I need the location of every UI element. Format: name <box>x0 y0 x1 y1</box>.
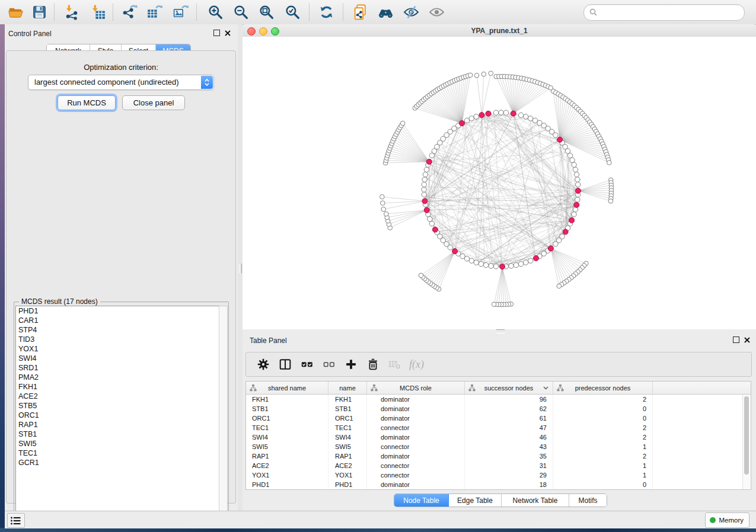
table-row[interactable]: FKH1FKH1dominator962 <box>246 395 751 404</box>
task-history-button[interactable] <box>7 513 25 528</box>
mcds-result-item[interactable]: STB1 <box>16 430 220 439</box>
run-mcds-button[interactable]: Run MCDS <box>58 95 116 110</box>
global-search <box>583 4 745 21</box>
mcds-list-scrollbar[interactable] <box>219 306 228 521</box>
table-cell: PHD1 <box>246 480 328 489</box>
table-row[interactable]: STB1STB1dominator620 <box>246 404 751 414</box>
open-file-icon[interactable] <box>5 2 25 22</box>
zoom-in-icon[interactable] <box>205 2 225 22</box>
mcds-result-item[interactable]: GCR1 <box>16 458 220 467</box>
new-network-from-selection-icon[interactable] <box>350 2 370 22</box>
export-image-icon[interactable] <box>170 2 190 22</box>
memory-button[interactable]: Memory <box>705 512 749 528</box>
add-column-plus-icon[interactable] <box>342 355 360 373</box>
node-table-body: FKH1FKH1dominator962STB1STB1dominator620… <box>246 395 751 489</box>
table-row[interactable]: TEC1TEC1connector472 <box>246 423 751 432</box>
zoom-out-icon[interactable] <box>231 2 251 22</box>
column-header-shared-name[interactable]: shared name <box>246 382 328 394</box>
splitter-handle[interactable] <box>239 264 242 273</box>
split-columns-icon[interactable] <box>276 355 294 373</box>
close-panel-button[interactable]: Close panel <box>122 95 185 110</box>
mcds-result-item[interactable]: FKH1 <box>16 382 220 392</box>
table-settings-gear-icon[interactable] <box>254 355 272 373</box>
mcds-result-item[interactable]: SRD1 <box>16 363 220 373</box>
search-input[interactable] <box>599 5 739 20</box>
zoom-selected-icon[interactable] <box>282 2 302 22</box>
table-cell: SWI4 <box>328 432 367 442</box>
mcds-result-item[interactable]: STB5 <box>16 401 220 411</box>
tab-motifs[interactable]: Motifs <box>569 494 607 507</box>
select-all-checks-icon[interactable] <box>298 355 316 373</box>
mcds-result-list[interactable]: PHD1CAR1STP4TID3YOX1SWI4SRD1PMA2FKH1ACE2… <box>15 306 221 521</box>
tab-node-table[interactable]: Node Table <box>394 494 449 507</box>
float-table-panel-icon[interactable] <box>733 336 739 343</box>
desktop-wallpaper-bottom <box>0 528 756 532</box>
show-all-icon[interactable] <box>426 2 446 22</box>
table-cell: 0 <box>553 414 653 423</box>
table-row[interactable]: RAP1RAP1dominator352 <box>246 451 751 461</box>
import-network-icon[interactable] <box>62 2 82 22</box>
column-header-name[interactable]: name <box>328 382 367 394</box>
mcds-result-item[interactable]: TID3 <box>16 335 220 344</box>
find-binoculars-icon[interactable] <box>375 2 395 22</box>
mcds-result-item[interactable]: SWI4 <box>16 354 220 363</box>
toolbar-separator <box>196 4 197 21</box>
save-session-icon[interactable] <box>29 2 49 22</box>
table-row[interactable]: YOX1YOX1connector291 <box>246 470 751 480</box>
table-row[interactable]: ACE2ACE2connector311 <box>246 461 751 470</box>
tab-edge-table[interactable]: Edge Table <box>449 494 502 507</box>
zoom-fit-icon[interactable] <box>256 2 276 22</box>
tab-network-table[interactable]: Network Table <box>502 494 569 507</box>
network-canvas[interactable] <box>243 37 756 329</box>
network-window-titlebar[interactable]: YPA_prune.txt_1 <box>243 24 756 37</box>
table-cell: 47 <box>465 423 553 432</box>
node-table-header: shared namenameMCDS rolesuccessor nodesp… <box>246 382 751 395</box>
apply-layout-icon[interactable] <box>316 2 336 22</box>
mcds-result-item[interactable]: TEC1 <box>16 448 220 458</box>
table-cell: 61 <box>465 414 553 423</box>
delete-column-trash-icon[interactable] <box>364 355 382 373</box>
export-table-icon[interactable] <box>144 2 164 22</box>
mcds-result-item[interactable]: ACE2 <box>16 392 220 401</box>
optimization-criterion-label: Optimization criterion: <box>7 63 235 72</box>
table-cell: ORC1 <box>328 414 367 423</box>
column-header-mcds-role[interactable]: MCDS role <box>367 382 465 394</box>
table-cell: PHD1 <box>328 480 367 489</box>
mcds-result-item[interactable]: YOX1 <box>16 344 220 354</box>
mcds-result-item[interactable]: STP4 <box>16 325 220 335</box>
status-bar: Memory <box>5 511 756 528</box>
table-cell: RAP1 <box>246 451 328 461</box>
table-cell: YOX1 <box>246 470 328 480</box>
mcds-result-item[interactable]: PMA2 <box>16 373 220 382</box>
table-toolbar: f(x) <box>245 352 752 377</box>
table-scrollbar[interactable] <box>742 395 750 489</box>
table-row[interactable]: SWI5SWI5connector431 <box>246 442 751 451</box>
column-header-predecessor-nodes[interactable]: predecessor nodes <box>553 382 653 394</box>
table-scrollbar-thumb[interactable] <box>744 396 749 475</box>
deselect-all-checks-icon[interactable] <box>320 355 338 373</box>
table-cell: connector <box>367 470 465 480</box>
float-panel-icon[interactable] <box>213 30 220 36</box>
close-panel-icon[interactable] <box>225 30 231 36</box>
control-panel-title: Control Panel <box>8 30 52 38</box>
table-row[interactable]: SWI4SWI4dominator462 <box>246 432 751 442</box>
hide-selected-icon[interactable] <box>401 2 421 22</box>
table-cell: 46 <box>465 432 553 442</box>
horizontal-splitter-handle[interactable] <box>496 329 505 334</box>
table-cell: TEC1 <box>246 423 328 432</box>
column-header-successor-nodes[interactable]: successor nodes <box>465 382 553 394</box>
table-row[interactable]: PHD1PHD1dominator180 <box>246 480 751 489</box>
table-cell: 1 <box>553 461 653 470</box>
function-builder-icon-disabled: f(x) <box>408 358 424 371</box>
export-network-icon[interactable] <box>119 2 139 22</box>
table-cell: dominator <box>367 404 465 414</box>
mcds-result-item[interactable]: PHD1 <box>16 306 220 316</box>
mcds-result-item[interactable]: SWI5 <box>16 439 220 448</box>
close-table-panel-icon[interactable] <box>744 337 750 343</box>
mcds-result-item[interactable]: RAP1 <box>16 420 220 430</box>
table-row[interactable]: ORC1ORC1dominator610 <box>246 414 751 423</box>
import-table-icon[interactable] <box>88 2 108 22</box>
mcds-result-item[interactable]: CAR1 <box>16 316 220 325</box>
mcds-result-item[interactable]: ORC1 <box>16 411 220 420</box>
optimization-criterion-select[interactable]: largest connected component (undirected) <box>28 75 214 90</box>
